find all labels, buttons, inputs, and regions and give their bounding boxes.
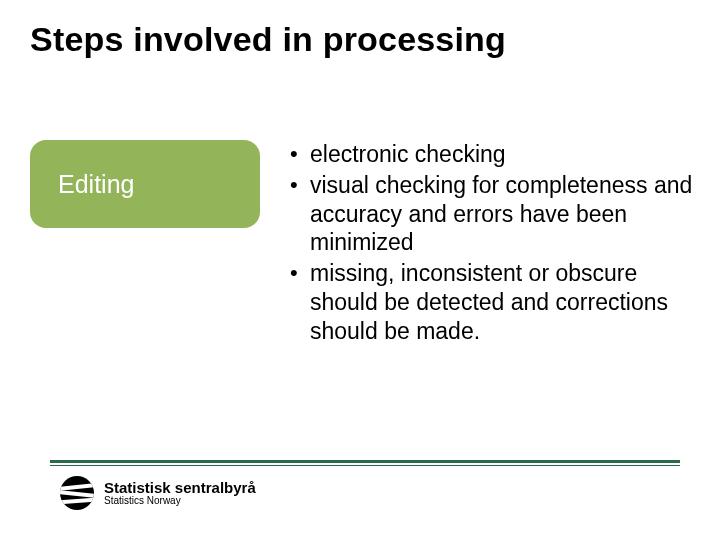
bullet-item: electronic checking xyxy=(290,140,700,169)
bullet-item: visual checking for completeness and acc… xyxy=(290,171,700,257)
footer-org-text: Statistisk sentralbyrå Statistics Norway xyxy=(104,480,256,506)
footer: Statistisk sentralbyrå Statistics Norway xyxy=(50,460,680,510)
slide-title: Steps involved in processing xyxy=(30,20,506,59)
footer-org-sub: Statistics Norway xyxy=(104,496,256,507)
bullet-list: electronic checking visual checking for … xyxy=(260,140,700,347)
footer-org-main: Statistisk sentralbyrå xyxy=(104,480,256,496)
content-row: Editing electronic checking visual check… xyxy=(30,140,700,347)
slide: Steps involved in processing Editing ele… xyxy=(0,0,720,540)
step-label: Editing xyxy=(58,170,134,199)
footer-rule-thin xyxy=(50,465,680,466)
ssb-logo-icon xyxy=(60,476,94,510)
bullet-item: missing, inconsistent or obscure should … xyxy=(290,259,700,345)
footer-rule-thick xyxy=(50,460,680,463)
footer-logo-block: Statistisk sentralbyrå Statistics Norway xyxy=(60,476,680,510)
step-pill-editing: Editing xyxy=(30,140,260,228)
